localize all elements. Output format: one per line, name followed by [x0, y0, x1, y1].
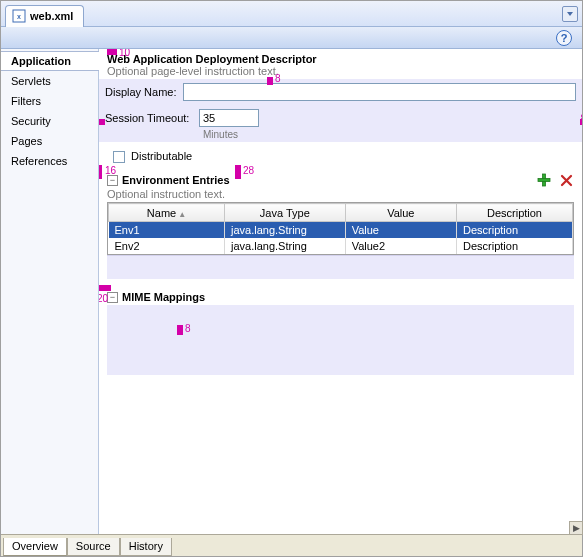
col-javatype[interactable]: Java Type: [225, 204, 346, 222]
svg-text:x: x: [17, 13, 21, 20]
distributable-checkbox[interactable]: [113, 151, 125, 163]
page-title: Web Application Deployment Descriptor: [107, 53, 574, 65]
add-icon[interactable]: [536, 172, 552, 188]
bottom-tab-overview[interactable]: Overview: [3, 538, 67, 556]
col-value[interactable]: Value: [345, 204, 456, 222]
collapse-icon[interactable]: −: [107, 292, 118, 303]
env-hint: Optional instruction text.: [107, 188, 574, 200]
mime-section-title: MIME Mappings: [122, 291, 205, 303]
bottom-tab-history[interactable]: History: [120, 538, 172, 556]
sidebar-item-security[interactable]: Security: [1, 111, 98, 131]
session-timeout-unit: Minutes: [203, 129, 576, 140]
display-name-label: Display Name:: [105, 86, 177, 98]
sort-asc-icon: ▲: [178, 210, 186, 219]
table-row[interactable]: Env2 java.lang.String Value2 Description: [109, 238, 573, 254]
display-name-input[interactable]: [183, 83, 576, 101]
help-icon[interactable]: ?: [556, 30, 572, 46]
delete-icon[interactable]: [558, 172, 574, 188]
sidebar-item-pages[interactable]: Pages: [1, 131, 98, 151]
env-section-title: Environment Entries: [122, 174, 230, 186]
collapse-icon[interactable]: −: [107, 175, 118, 186]
mime-body: [107, 305, 574, 375]
sidebar-item-filters[interactable]: Filters: [1, 91, 98, 111]
bottom-tab-source[interactable]: Source: [67, 538, 120, 556]
col-description[interactable]: Description: [456, 204, 572, 222]
file-tab-label: web.xml: [30, 10, 73, 22]
file-tab[interactable]: x web.xml: [5, 5, 84, 27]
col-name[interactable]: Name▲: [109, 204, 225, 222]
scroll-right-icon[interactable]: ▶: [569, 521, 583, 535]
page-hint: Optional page-level instruction text.: [107, 65, 574, 77]
session-timeout-input[interactable]: [199, 109, 259, 127]
lavender-strip: [107, 255, 574, 279]
xml-file-icon: x: [12, 9, 26, 23]
svg-rect-3: [538, 179, 550, 182]
guide-marker: [99, 165, 102, 179]
session-timeout-label: Session Timeout:: [105, 112, 193, 124]
table-row[interactable]: Env1 java.lang.String Value Description: [109, 222, 573, 239]
sidebar-item-application[interactable]: Application: [1, 51, 99, 71]
distributable-label: Distributable: [131, 150, 192, 162]
page-sidebar: Application Servlets Filters Security Pa…: [1, 49, 99, 534]
env-table: Name▲ Java Type Value Description Env1 j…: [107, 202, 574, 255]
sidebar-item-servlets[interactable]: Servlets: [1, 71, 98, 91]
view-menu-button[interactable]: [562, 6, 578, 22]
sidebar-item-references[interactable]: References: [1, 151, 98, 171]
